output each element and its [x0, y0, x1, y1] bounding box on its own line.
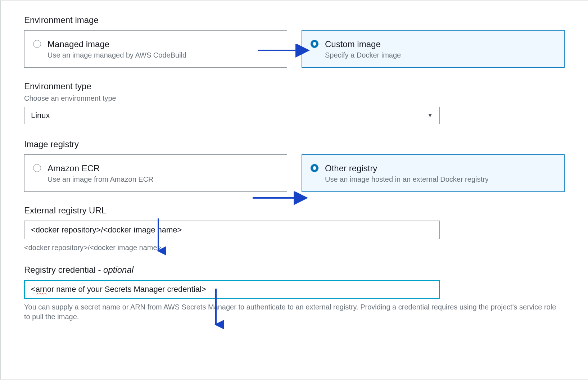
radio-icon [311, 40, 318, 48]
environment-image-label: Environment image [24, 15, 565, 25]
external-registry-url-label: External registry URL [24, 205, 565, 216]
image-registry-label: Image registry [24, 139, 565, 149]
option-desc: Use an image hosted in an external Docke… [325, 175, 489, 184]
radio-icon [311, 164, 318, 172]
option-text: Amazon ECR Use an image from Amazon ECR [48, 163, 154, 184]
registry-credential-label-optional: optional [103, 265, 134, 275]
amazon-ecr-option[interactable]: Amazon ECR Use an image from Amazon ECR [24, 154, 287, 192]
credential-value-arn: arn [36, 285, 47, 294]
option-title: Managed image [48, 39, 186, 50]
option-title: Amazon ECR [48, 163, 154, 174]
environment-image-options: Managed image Use an image managed by AW… [24, 30, 565, 68]
arrow-annotation-icon [253, 191, 314, 206]
registry-credential-helper: You can supply a secret name or ARN from… [24, 302, 564, 322]
environment-type-label: Environment type [24, 81, 565, 91]
option-title: Other registry [325, 163, 489, 174]
option-desc: Specify a Docker image [325, 51, 401, 59]
radio-icon [33, 164, 41, 172]
environment-type-select-wrap: Linux ▼ [24, 107, 440, 124]
external-registry-url-input[interactable] [24, 221, 440, 239]
custom-image-option[interactable]: Custom image Specify a Docker image [302, 30, 565, 68]
option-text: Custom image Specify a Docker image [325, 39, 401, 59]
environment-type-sublabel: Choose an environment type [24, 94, 565, 103]
option-desc: Use an image from Amazon ECR [48, 175, 154, 184]
option-title: Custom image [325, 39, 401, 50]
external-registry-group: External registry URL <docker repository… [24, 205, 565, 253]
option-text: Other registry Use an image hosted in an… [325, 163, 489, 184]
registry-credential-label: Registry credential - optional [24, 265, 565, 275]
image-registry-options: Amazon ECR Use an image from Amazon ECR … [24, 154, 565, 192]
registry-credential-label-sep: - [96, 265, 103, 275]
radio-icon [33, 40, 41, 48]
credential-value-rest: or name of your Secrets Manager credenti… [47, 285, 206, 294]
external-registry-url-helper: <docker repository>/<docker image name> [24, 243, 564, 253]
option-text: Managed image Use an image managed by AW… [48, 39, 186, 59]
select-value: Linux [31, 111, 50, 120]
other-registry-option[interactable]: Other registry Use an image hosted in an… [302, 154, 565, 192]
registry-credential-group: Registry credential - optional <arn or n… [24, 265, 565, 322]
credential-value-prefix: < [31, 285, 36, 294]
chevron-down-icon: ▼ [427, 112, 433, 119]
environment-type-select[interactable]: Linux ▼ [24, 107, 440, 124]
option-desc: Use an image managed by AWS CodeBuild [48, 51, 186, 59]
registry-credential-input[interactable]: <arn or name of your Secrets Manager cre… [24, 280, 440, 299]
managed-image-option[interactable]: Managed image Use an image managed by AW… [24, 30, 287, 68]
form-page: Environment image Managed image Use an i… [0, 0, 588, 380]
registry-credential-label-main: Registry credential [24, 265, 96, 275]
